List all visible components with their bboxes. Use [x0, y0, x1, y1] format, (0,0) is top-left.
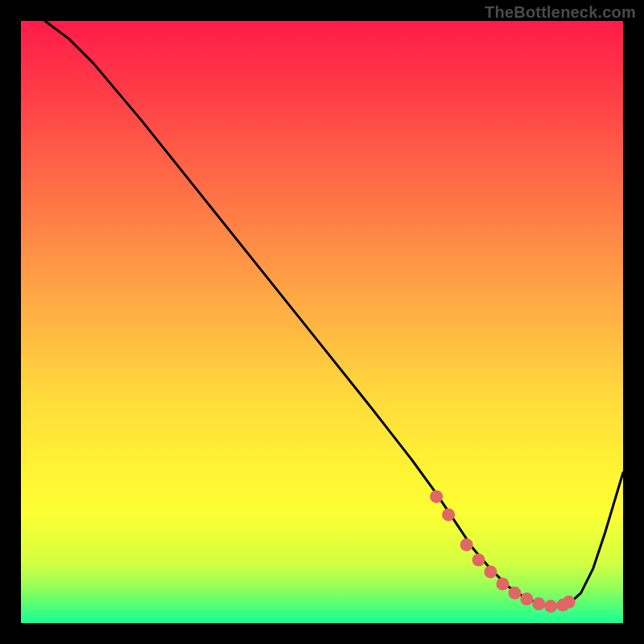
optimal-dot — [442, 508, 455, 521]
gradient-background — [21, 21, 623, 623]
watermark-text: TheBottleneck.com — [485, 3, 636, 22]
optimal-dot — [460, 539, 473, 551]
chart-svg — [21, 21, 623, 623]
chart-frame: TheBottleneck.com — [0, 0, 644, 644]
plot-area — [21, 21, 623, 623]
optimal-dot — [473, 554, 485, 567]
optimal-dot — [508, 587, 521, 600]
optimal-dot — [544, 600, 557, 613]
optimal-dot — [532, 597, 545, 610]
optimal-dot — [484, 565, 497, 578]
optimal-dot — [496, 577, 509, 590]
optimal-dot — [430, 490, 443, 503]
optimal-dot — [520, 592, 533, 605]
optimal-dot — [563, 596, 576, 609]
